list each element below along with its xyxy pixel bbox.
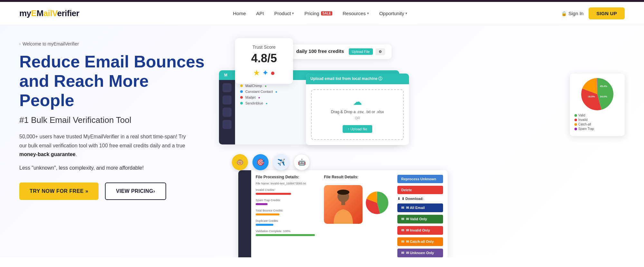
complete-bar	[256, 234, 315, 236]
complete-row: Validation Complete: 100%	[256, 228, 315, 236]
trust-title: Trust Score	[244, 44, 284, 50]
result-panel: File Processing Details: File Name: Inva…	[238, 170, 448, 257]
pie-legend: Valid Invalid Catch-all Spam Trap	[574, 114, 620, 131]
catchall-only-button[interactable]: ✉ ✉ Catch-all Only	[397, 237, 443, 246]
bounce-bar	[256, 213, 279, 215]
upload-header: Upload email list from local machine ⓘ	[306, 74, 409, 84]
nav-resources[interactable]: Resources ▾	[343, 11, 369, 16]
spamtrap-bar	[256, 203, 268, 205]
upload-panel: Upload email list from local machine ⓘ ☁…	[306, 74, 409, 145]
nav-opportunity[interactable]: Opportunity ▾	[379, 11, 408, 16]
header: myEMailVerifier Home API Product ▾ Prici…	[0, 2, 644, 25]
delete-button[interactable]: Delete	[397, 186, 443, 194]
mail-icon-valid: ✉	[401, 217, 404, 221]
sign-in-button[interactable]: 🔒 Sign In	[561, 11, 584, 16]
mailchimp-integration[interactable]: 🐵	[232, 154, 248, 170]
nav-pricing[interactable]: Pricing SALE	[304, 11, 332, 16]
trust-score-card: Trust Score 4.8/5 ★ ✦ ●	[235, 38, 293, 84]
dash-sidebar	[219, 80, 235, 144]
dot-check-mailchimp: ●	[265, 84, 267, 88]
sidebar-icon-1	[223, 83, 232, 92]
svg-rect-9	[341, 201, 345, 205]
svg-point-8	[337, 190, 349, 195]
file-processing-title: File Processing Details:	[256, 175, 315, 179]
integration-row: 🐵 🎯 ✈️ 🤖	[232, 154, 310, 170]
unknown-only-button[interactable]: ✉ ✉ Unknoen Only	[397, 249, 443, 257]
hero-description: 50,000+ users have trusted MyEmailVerifi…	[19, 132, 187, 159]
resources-chevron: ▾	[367, 11, 369, 15]
file-result-details: File Result Details:	[319, 170, 393, 257]
upload-file-btn[interactable]: Upload File	[349, 48, 373, 55]
hero-tagline: Less "unknown", less complexity, and mor…	[19, 165, 206, 171]
duplicate-row: Duplicate Credits:	[256, 217, 315, 226]
telegram-integration[interactable]: ✈️	[273, 154, 289, 170]
legend-dot-valid	[574, 114, 577, 117]
result-middle-content	[324, 182, 388, 224]
spamtrap-row: Spam Trap Credits:	[256, 197, 315, 205]
try-free-button[interactable]: TRY NOW FOR FREE »	[19, 183, 99, 200]
settings-btn[interactable]: ⚙	[375, 48, 385, 55]
pie-chart-card: 45.4% 34.6% 18.9% Valid Invalid Catch-al…	[570, 74, 625, 136]
upload-body: ☁ Drag & Drop a .csv, .txt or .xlsx OR ↑…	[306, 84, 409, 145]
legend-invalid: Invalid	[574, 118, 620, 122]
pie-svg: 45.4% 34.6% 18.9%	[581, 78, 613, 110]
dot-cc	[240, 90, 243, 93]
legend-valid: Valid	[574, 114, 620, 117]
sign-up-button[interactable]: SIGN UP	[589, 7, 625, 19]
reprocess-unknown-button[interactable]: Reprocess Unknown	[397, 175, 443, 183]
nav-api[interactable]: API	[256, 11, 264, 16]
file-processing-details: File Processing Details: File Name: Inva…	[251, 170, 319, 257]
svg-point-3	[589, 86, 605, 102]
dot-sendinblue	[240, 102, 243, 104]
valid-only-button[interactable]: ✉ ✉ Valid Only	[397, 215, 443, 223]
result-pie-svg	[366, 192, 388, 214]
hero-buttons: TRY NOW FOR FREE » VIEW PRICING›	[19, 183, 206, 200]
legend-dot-spamtrap	[574, 128, 577, 130]
download-label: ⬇ ⬇ Download:	[397, 197, 443, 201]
hero-section: › Welcome to myEmailVerifier Reduce Emai…	[0, 25, 644, 257]
mail-icon-invalid: ✉	[401, 228, 404, 232]
nav-product[interactable]: Product ▾	[274, 11, 294, 16]
download-icon: ⬇	[397, 197, 400, 201]
svg-text:34.6%: 34.6%	[600, 95, 607, 98]
invalid-credits-row: Invalid Credits:	[256, 186, 315, 195]
star-icon: ★	[253, 68, 260, 77]
svg-point-12	[372, 197, 383, 209]
target-integration[interactable]: 🎯	[252, 154, 269, 170]
result-sidebar	[238, 170, 251, 257]
sidebar-icon-4	[223, 120, 232, 129]
upload-cloud-icon: ☁	[318, 96, 397, 107]
breadcrumb: › Welcome to myEmailVerifier	[19, 41, 206, 46]
all-email-button[interactable]: ✉ ✉ All Email	[397, 203, 443, 212]
main-nav: Home API Product ▾ Pricing SALE Resource…	[233, 11, 408, 16]
star-icon-2: ✦	[262, 68, 269, 77]
breadcrumb-arrow: ›	[19, 42, 21, 46]
openai-integration[interactable]: 🤖	[294, 154, 310, 170]
filename-row: File Name: Invalid-test_1688473065.txt	[256, 182, 315, 185]
mail-icon-catchall: ✉	[401, 240, 404, 244]
logo: myEMailVerifier	[19, 8, 79, 18]
trust-score-value: 4.8/5	[244, 52, 284, 65]
hero-subtitle: #1 Bulk Email Verification Tool	[19, 115, 206, 125]
lock-icon: 🔒	[561, 11, 567, 16]
dot-cc-status: ●	[275, 90, 277, 94]
daily-credits-card: daily 100 free credits Upload File ⚙	[290, 44, 392, 59]
result-actions: Reprocess Unknown Delete ⬇ ⬇ Download: ✉…	[393, 170, 448, 257]
sidebar-icon-3	[223, 108, 232, 117]
invalid-bar	[256, 193, 291, 195]
dot-sendinblue-status: ●	[266, 102, 268, 105]
nav-home[interactable]: Home	[233, 11, 246, 16]
dot-mailjet-status: ●	[258, 96, 260, 99]
opportunity-chevron: ▾	[405, 11, 407, 15]
view-pricing-button[interactable]: VIEW PRICING›	[105, 183, 166, 200]
sale-badge: SALE	[321, 11, 332, 15]
product-chevron: ▾	[292, 11, 294, 15]
svg-text:45.4%: 45.4%	[600, 85, 607, 88]
dot-mailjet	[240, 96, 243, 99]
invalid-only-button[interactable]: ✉ ✉ Invalid Only	[397, 226, 443, 235]
upload-drop-zone[interactable]: ☁ Drag & Drop a .csv, .txt or .xlsx OR ↑…	[311, 89, 404, 140]
mail-icon-unknown: ✉	[401, 251, 404, 255]
person-image	[324, 185, 363, 224]
upload-file-button[interactable]: ↑ Upload file	[343, 125, 373, 133]
pie-chart: 45.4% 34.6% 18.9%	[581, 78, 613, 110]
